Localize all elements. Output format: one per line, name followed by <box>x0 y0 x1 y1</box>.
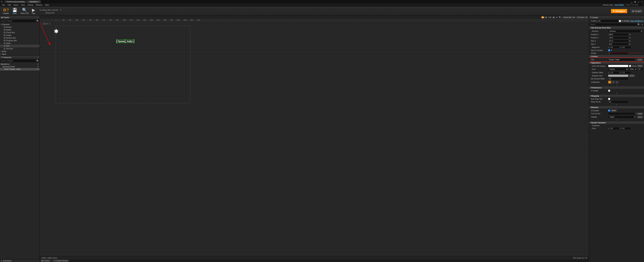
selected-text-widget[interactable]: Привет, Хабр! <box>116 40 134 43</box>
lr-toggle[interactable]: L R <box>548 16 552 18</box>
reset-icon[interactable]: ↺ <box>629 37 630 39</box>
details-search-input[interactable] <box>589 23 637 26</box>
color-swatch[interactable] <box>608 65 628 67</box>
menu-help[interactable]: Help <box>44 4 50 6</box>
posy-input[interactable] <box>608 36 628 39</box>
min-desired-width-input[interactable] <box>608 78 628 80</box>
shadow-color-swatch[interactable] <box>608 74 628 77</box>
auto-wrap-checkbox[interactable] <box>608 98 610 100</box>
dropdown-icon[interactable]: ▾ <box>636 59 636 60</box>
tooltip-input[interactable] <box>608 112 635 115</box>
visibility-select[interactable]: Visible <box>608 116 636 118</box>
anchor-icon[interactable]: ✱ <box>54 28 58 35</box>
hierarchy-canvas-panel[interactable]: ▾ [Canvas Panel]👁 <box>0 66 40 68</box>
menu-window[interactable]: Window <box>34 4 44 6</box>
widget-text[interactable]: Text <box>0 44 40 47</box>
sizex-input[interactable] <box>608 40 628 42</box>
font-size-input[interactable] <box>638 68 643 70</box>
bind-button[interactable]: Bind▾ <box>637 65 643 67</box>
palette-search-input[interactable] <box>0 20 36 22</box>
resize-handle[interactable] <box>116 42 117 43</box>
menu-edit[interactable]: Edit <box>6 4 12 6</box>
category-common[interactable]: Common <box>0 23 40 26</box>
debug-object-select[interactable]: No debug object selected <box>38 8 62 12</box>
grid2-icon[interactable]: ▦ <box>552 16 555 18</box>
expand-icon[interactable]: ▾ <box>616 84 617 86</box>
pivot-x-input[interactable] <box>610 127 619 130</box>
resize-handle[interactable] <box>125 42 126 43</box>
compile-button[interactable]: ⚙? Compile <box>1 8 10 15</box>
window-close-icon[interactable]: ✕ <box>641 1 643 3</box>
widget-slider[interactable]: Slider <box>0 42 40 44</box>
wrap-at-input[interactable] <box>608 101 628 103</box>
expand-icon[interactable]: ▾ <box>616 92 617 94</box>
size-to-content-checkbox[interactable] <box>608 49 610 51</box>
category-input[interactable]: Input <box>0 53 40 55</box>
search-icon[interactable]: 🔍 <box>637 23 640 26</box>
search-icon[interactable]: 🔍 <box>36 20 39 22</box>
align-x-input[interactable] <box>610 46 619 49</box>
compiler-results-tab[interactable]: ✔ Compiler Results <box>52 260 70 262</box>
reset-icon[interactable]: ↺ <box>611 50 612 51</box>
resize-handle[interactable] <box>134 41 134 42</box>
widget-name-input[interactable] <box>590 20 618 22</box>
align-y-input[interactable] <box>622 46 631 49</box>
widget-image[interactable]: Image <box>0 34 40 36</box>
find-in-cb-button[interactable]: 🔍 Find in CB <box>19 8 30 15</box>
section-slot[interactable]: Slot (Canvas Panel Slot) <box>589 26 644 30</box>
expand-icon[interactable]: ▾ <box>616 104 617 106</box>
play-button[interactable]: ▶ Play <box>30 8 37 15</box>
menu-file[interactable]: File <box>1 4 6 6</box>
widget-text-box[interactable]: Text Box <box>0 47 40 50</box>
zorder-input[interactable] <box>608 52 628 54</box>
window-duplicate-icon[interactable]: ▣ <box>634 1 636 3</box>
anchors-select[interactable]: Anchors <box>608 30 643 33</box>
zoom-icon[interactable]: 🔍 <box>558 16 562 18</box>
bind-button[interactable]: Bind▾ <box>637 116 643 118</box>
bind-button[interactable]: Bind▾ <box>611 110 617 112</box>
visibility-icon[interactable]: 👁 <box>37 63 39 65</box>
shadow-y-input[interactable] <box>622 71 631 74</box>
justify-left-button[interactable]: ≡ <box>608 81 611 84</box>
parent-class-link[interactable]: User Widget <box>614 4 624 6</box>
section-appearance[interactable]: Appearance <box>589 61 644 64</box>
bind-button[interactable]: Bind▾ <box>637 58 643 61</box>
expand-icon[interactable]: ▾ <box>616 119 617 121</box>
document-tab-active[interactable]: MainMenu* <box>28 0 41 3</box>
gear-icon[interactable]: ⚙ <box>586 257 587 259</box>
shadow-x-input[interactable] <box>610 71 619 74</box>
timeline-tab[interactable]: ▤ Timeline <box>40 260 52 262</box>
animations-header[interactable]: ⏵ Animations <box>0 259 40 262</box>
font-style-select[interactable]: Bold <box>629 68 637 71</box>
is-variable-checkbox[interactable] <box>619 20 621 22</box>
widget-border[interactable]: Border <box>0 26 40 28</box>
snap-value[interactable]: 4 <box>556 16 558 18</box>
is-enabled-checkbox[interactable] <box>608 110 610 112</box>
resize-handle[interactable] <box>125 40 126 40</box>
dropdown-icon[interactable]: ▾ <box>636 113 636 114</box>
section-behavior[interactable]: Behavior <box>589 106 644 109</box>
category-extra[interactable]: Extra <box>0 50 40 53</box>
visibility-icon[interactable]: 👁 <box>37 68 39 70</box>
viewport[interactable]: Zoom -3 ✱ Привет, Хабр! <box>40 22 589 256</box>
hierarchy-text-item[interactable]: [Text] "Привет, Хабр!"👁 <box>0 68 40 70</box>
palette-close-icon[interactable]: × <box>38 16 38 18</box>
resize-handle[interactable] <box>134 42 134 43</box>
layout-icon[interactable]: ▦ <box>541 16 544 18</box>
document-tab[interactable]: FirstPersonExampleMap <box>4 0 27 3</box>
window-maximize-icon[interactable]: ▢ <box>637 1 640 3</box>
hierarchy-root[interactable]: [MainMenu]👁 <box>0 63 40 66</box>
justify-center-button[interactable]: ≡ <box>612 81 615 84</box>
search-help-input[interactable] <box>625 4 643 6</box>
section-render-transform[interactable]: Render Transform <box>589 121 644 124</box>
reset-icon[interactable]: ↺ <box>629 43 630 45</box>
graph-mode-button[interactable]: ⊞ Graph <box>630 9 643 13</box>
inherit-checkbox[interactable] <box>629 65 631 67</box>
widget-named-slot[interactable]: Named Slot <box>0 36 40 39</box>
open-header-link[interactable]: Open TextBlock.h <box>630 20 643 22</box>
font-family-select[interactable]: Roboto <box>608 68 628 71</box>
save-button[interactable]: 💾 Save <box>10 8 19 15</box>
search-icon[interactable]: 🔍 <box>36 60 39 62</box>
menu-asset[interactable]: Asset <box>12 4 20 6</box>
text-value-input[interactable] <box>608 58 635 61</box>
